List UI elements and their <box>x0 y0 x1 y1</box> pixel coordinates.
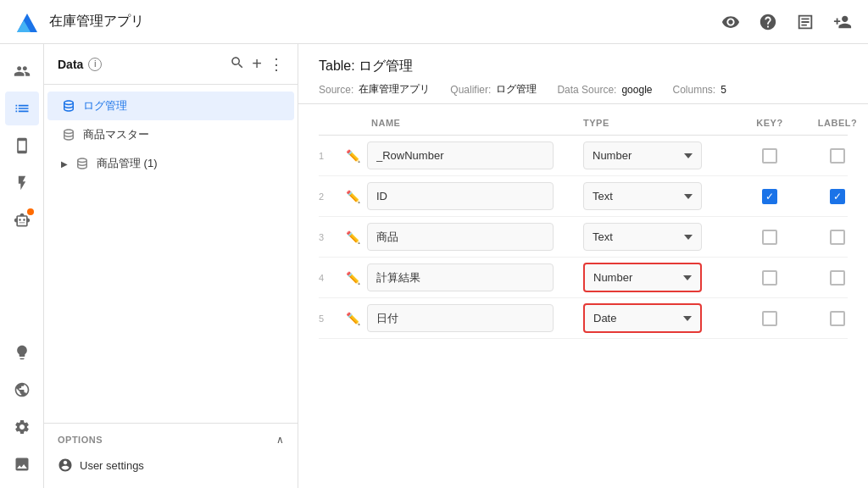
row-num-2: 2 <box>319 180 346 202</box>
sidebar-item-data[interactable] <box>5 92 39 125</box>
key-cell-1 <box>736 148 804 164</box>
meta-datasource: Data Source: google <box>557 84 652 96</box>
row-num-5: 5 <box>319 302 346 324</box>
table-row: 5 ✏️ NumberTextDate <box>319 298 848 339</box>
key-cell-5 <box>736 311 804 326</box>
table-detail-header: Table: ログ管理 Source: 在庫管理アプリ Qualifier: ロ… <box>298 44 868 104</box>
visibility-icon[interactable] <box>719 10 743 34</box>
search-icon[interactable] <box>230 55 245 74</box>
grid-header-label: LABEL? <box>804 118 868 128</box>
options-header: OPTIONS ∧ <box>58 434 284 446</box>
type-cell-5: NumberTextDate <box>583 303 736 333</box>
name-cell-1: ✏️ <box>346 141 583 169</box>
key-checkbox-3[interactable] <box>762 230 777 245</box>
meta-qualifier-label: Qualifier: <box>450 84 491 96</box>
more-icon[interactable]: ⋮ <box>269 55 284 74</box>
table-meta: Source: 在庫管理アプリ Qualifier: ログ管理 Data Sou… <box>319 82 848 97</box>
name-cell-2: ✏️ <box>346 182 583 210</box>
meta-source: Source: 在庫管理アプリ <box>319 82 430 97</box>
edit-icon-3[interactable]: ✏️ <box>346 230 360 244</box>
label-checkbox-4[interactable] <box>830 270 845 286</box>
key-checkbox-4[interactable] <box>762 270 777 286</box>
data-list: ログ管理 商品マスター ▶ 商品管理 (1) <box>44 85 298 423</box>
type-cell-3: NumberTextDate <box>583 223 736 251</box>
person-add-icon[interactable] <box>831 10 854 34</box>
table-icon[interactable] <box>793 10 817 34</box>
type-cell-4: NumberTextDate <box>583 263 736 292</box>
type-cell-1: NumberTextDate <box>583 141 736 169</box>
label-cell-2: ✓ <box>804 189 868 204</box>
edit-icon-4[interactable]: ✏️ <box>346 271 360 285</box>
data-list-item-product-mgmt[interactable]: ▶ 商品管理 (1) <box>47 149 294 178</box>
label-checkbox-1[interactable] <box>830 148 845 164</box>
icon-sidebar <box>0 44 44 488</box>
options-collapse-icon[interactable]: ∧ <box>276 434 284 446</box>
row-num-4: 4 <box>319 261 346 283</box>
data-list-item-product-master-label: 商品マスター <box>83 127 149 142</box>
meta-datasource-label: Data Source: <box>557 84 616 96</box>
meta-datasource-value: google <box>621 84 652 96</box>
meta-qualifier-value: ログ管理 <box>496 82 537 97</box>
row-num-3: 3 <box>319 220 346 242</box>
grid-header-key: KEY? <box>736 118 804 128</box>
top-header: 在庫管理アプリ <box>0 0 868 44</box>
meta-columns-value: 5 <box>721 84 726 96</box>
name-input-1[interactable] <box>367 141 554 169</box>
name-input-3[interactable] <box>367 223 554 251</box>
label-checkbox-2[interactable]: ✓ <box>830 189 845 204</box>
app-logo <box>14 8 41 36</box>
name-input-2[interactable] <box>367 182 554 210</box>
add-icon[interactable]: + <box>252 54 262 74</box>
type-select-3[interactable]: NumberTextDate <box>583 223 702 251</box>
key-checkbox-1[interactable] <box>762 148 777 164</box>
type-select-5[interactable]: NumberTextDate <box>583 303 702 333</box>
name-input-4[interactable] <box>367 263 554 291</box>
label-cell-1 <box>804 148 868 164</box>
label-checkbox-5[interactable] <box>830 311 845 326</box>
sidebar-item-settings[interactable] <box>5 410 39 444</box>
sidebar-item-mobile[interactable] <box>5 129 39 163</box>
grid-header-type: TYPE <box>583 118 736 128</box>
type-select-4[interactable]: NumberTextDate <box>583 263 702 292</box>
table-row: 1 ✏️ NumberTextDate <box>319 136 848 176</box>
expand-arrow-icon[interactable]: ▶ <box>61 159 68 169</box>
user-settings-label: User settings <box>80 459 144 472</box>
db-icon-log <box>61 98 76 114</box>
table-title: Table: ログ管理 <box>319 58 848 75</box>
data-list-item-product-master[interactable]: 商品マスター <box>47 120 294 149</box>
label-cell-5 <box>804 311 868 326</box>
sidebar-item-people[interactable] <box>5 54 39 88</box>
options-user-settings[interactable]: User settings <box>58 452 284 478</box>
edit-icon-5[interactable]: ✏️ <box>346 312 360 325</box>
label-checkbox-3[interactable] <box>830 230 845 245</box>
key-checkbox-5[interactable] <box>762 311 777 326</box>
db-icon-product-master <box>61 127 76 142</box>
meta-source-value: 在庫管理アプリ <box>359 82 430 97</box>
data-list-item-log[interactable]: ログ管理 <box>47 92 294 120</box>
type-select-2[interactable]: NumberTextDate <box>583 182 702 210</box>
table-row: 4 ✏️ NumberTextDate <box>319 258 848 298</box>
sidebar-item-integrations[interactable] <box>5 373 39 407</box>
meta-columns-label: Columns: <box>672 84 715 96</box>
edit-icon-1[interactable]: ✏️ <box>346 149 360 163</box>
sidebar-item-media[interactable] <box>5 447 39 481</box>
grid-header-name: NAME <box>346 118 583 128</box>
sidebar-item-bulb[interactable] <box>5 336 39 369</box>
sidebar-item-automation[interactable] <box>5 166 39 200</box>
table-detail: Table: ログ管理 Source: 在庫管理アプリ Qualifier: ロ… <box>298 44 868 488</box>
key-checkbox-2[interactable]: ✓ <box>762 189 777 204</box>
key-cell-2: ✓ <box>736 189 804 204</box>
help-icon[interactable] <box>756 10 780 34</box>
meta-source-label: Source: <box>319 84 353 96</box>
name-input-5[interactable] <box>367 304 554 332</box>
row-num-1: 1 <box>319 139 346 161</box>
type-select-1[interactable]: NumberTextDate <box>583 141 702 169</box>
table-row: 2 ✏️ NumberTextDate ✓ ✓ <box>319 176 848 217</box>
edit-icon-2[interactable]: ✏️ <box>346 190 360 203</box>
sidebar-item-bot[interactable] <box>5 203 39 237</box>
data-info-icon[interactable]: i <box>88 58 102 71</box>
data-panel-title: Data <box>58 58 83 71</box>
name-cell-3: ✏️ <box>346 223 583 251</box>
header-right <box>719 10 854 34</box>
label-cell-3 <box>804 230 868 245</box>
